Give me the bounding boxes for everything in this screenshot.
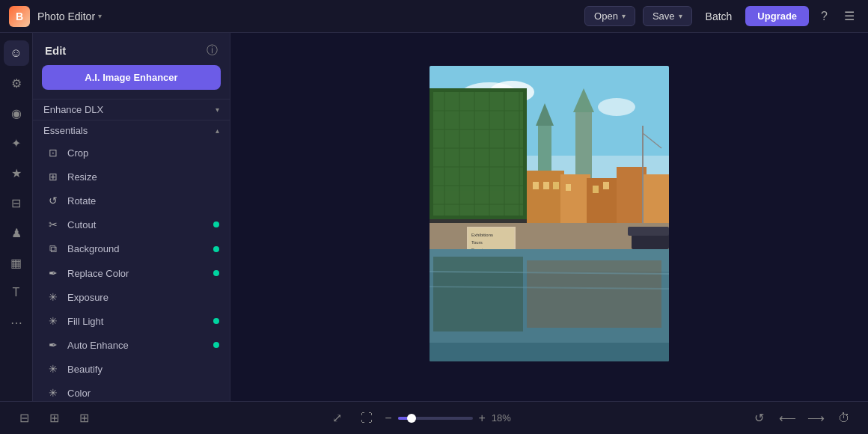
ai-enhancer-label: A.I. Image Enhancer: [85, 72, 177, 83]
sidebar-item-eye[interactable]: ◉: [4, 100, 29, 126]
history-button[interactable]: ⏱: [832, 406, 856, 430]
sidebar-item-rotate[interactable]: ↺ Rotate: [33, 189, 230, 213]
svg-rect-32: [593, 186, 599, 193]
layers-bottom-button[interactable]: ⊟: [12, 406, 36, 430]
canvas-image: Exhibitions Tours Events Design Shop Caf…: [430, 66, 669, 361]
svg-rect-33: [603, 182, 609, 189]
info-icon: ⓘ: [207, 43, 218, 56]
zoom-in-button[interactable]: +: [479, 412, 486, 425]
ai-dot: [213, 221, 219, 227]
text-icon: T: [13, 286, 20, 299]
bottom-bar-right: ↺ ⟵ ⟶ ⏱: [747, 406, 856, 430]
help-button[interactable]: ?: [816, 7, 832, 26]
sidebar-item-color[interactable]: ✳ Color: [33, 381, 230, 401]
sidebar-item-exposure[interactable]: ✳ Exposure: [33, 285, 230, 309]
icon-bar: ☺ ⚙ ◉ ✦ ★ ⊟ ♟ ▦ T ⋯: [0, 33, 33, 401]
essentials-caret: ▴: [216, 126, 219, 135]
fullscreen-button[interactable]: ⛶: [355, 406, 379, 430]
fit-icon: ⤢: [332, 411, 342, 425]
resize-label: Resize: [67, 171, 219, 183]
sidebar-item-replace-color[interactable]: ✒ Replace Color: [33, 261, 230, 285]
grid-icon: ⊞: [79, 411, 89, 425]
image-icon: ▦: [10, 256, 22, 270]
adjust-icon: ⚙: [11, 76, 22, 91]
ai-dot: [213, 318, 219, 324]
sidebar-item-layers[interactable]: ⊟: [4, 190, 29, 216]
open-button[interactable]: Open ▾: [584, 6, 635, 26]
svg-rect-27: [643, 174, 669, 227]
rotate-label: Rotate: [67, 195, 219, 207]
grid-button[interactable]: ⊞: [72, 406, 96, 430]
exposure-icon: ✳: [46, 291, 60, 303]
compare-button[interactable]: ⊞: [42, 406, 66, 430]
essentials-label: Essentials: [43, 125, 88, 136]
layers-bottom-icon: ⊟: [19, 411, 29, 425]
zoom-slider-thumb: [407, 414, 416, 423]
sidebar-item-adjust[interactable]: ⚙: [4, 70, 29, 96]
svg-rect-55: [430, 343, 669, 361]
app-logo: B: [9, 6, 30, 27]
sidebar-item-people[interactable]: ♟: [4, 220, 29, 245]
sidebar-item-fill-light[interactable]: ✳ Fill Light: [33, 309, 230, 333]
sidebar: Edit ⓘ A.I. Image Enhancer Enhance DLX ▾…: [33, 33, 230, 401]
sidebar-item-face[interactable]: ☺: [4, 40, 29, 66]
svg-rect-45: [628, 227, 669, 236]
sidebar-item-cutout[interactable]: ✂ Cutout: [33, 213, 230, 236]
zoom-out-icon: −: [385, 412, 391, 424]
replace-color-icon: ✒: [46, 267, 60, 279]
star-icon: ★: [11, 166, 22, 180]
topbar: B Photo Editor ▾ Open ▾ Save ▾ Batch Upg…: [0, 0, 868, 33]
sidebar-item-more[interactable]: ⋯: [4, 310, 29, 335]
svg-rect-23: [527, 171, 564, 227]
ai-dot: [213, 342, 219, 348]
svg-rect-48: [433, 257, 523, 331]
sidebar-items-list: ⊡ Crop ⊞ Resize ↺ Rotate ✂ Cutout ⧉ Back…: [33, 141, 230, 401]
svg-rect-30: [553, 182, 559, 189]
fit-button[interactable]: ⤢: [325, 406, 349, 430]
background-label: Background: [67, 243, 206, 254]
compare-icon: ⊞: [49, 411, 59, 425]
more-icon: ⋯: [10, 316, 22, 330]
fill-light-label: Fill Light: [67, 316, 206, 327]
menu-button[interactable]: ☰: [840, 6, 859, 26]
app-title-dropdown[interactable]: Photo Editor ▾: [37, 10, 102, 22]
sidebar-info-button[interactable]: ⓘ: [207, 43, 218, 58]
enhance-dlx-section[interactable]: Enhance DLX ▾: [33, 99, 230, 120]
essentials-section[interactable]: Essentials ▴: [33, 120, 230, 141]
upgrade-button[interactable]: Upgrade: [745, 6, 809, 26]
batch-button[interactable]: Batch: [700, 7, 739, 26]
sidebar-item-background[interactable]: ⧉ Background: [33, 236, 230, 261]
reset-button[interactable]: ↺: [747, 406, 771, 430]
sidebar-title: Edit: [45, 44, 66, 57]
sidebar-item-beautify[interactable]: ✳ Beautify: [33, 357, 230, 381]
sidebar-item-brush[interactable]: ✦: [4, 130, 29, 156]
redo-button[interactable]: ⟶: [804, 406, 828, 430]
exposure-label: Exposure: [67, 292, 219, 303]
open-button-label: Open: [594, 10, 618, 22]
fill-light-icon: ✳: [46, 315, 60, 327]
ai-dot: [213, 246, 219, 252]
sidebar-item-crop[interactable]: ⊡ Crop: [33, 141, 230, 165]
sidebar-item-auto-enhance[interactable]: ✒ Auto Enhance: [33, 333, 230, 357]
fullscreen-icon: ⛶: [361, 412, 373, 425]
zoom-slider[interactable]: [398, 417, 473, 420]
canvas-area: Exhibitions Tours Events Design Shop Caf…: [230, 33, 868, 401]
sidebar-item-resize[interactable]: ⊞ Resize: [33, 165, 230, 189]
save-button-label: Save: [652, 10, 675, 22]
eye-icon: ◉: [11, 106, 22, 120]
svg-text:Exhibitions: Exhibitions: [471, 233, 493, 237]
sidebar-item-text[interactable]: T: [4, 280, 29, 305]
sidebar-item-image[interactable]: ▦: [4, 250, 29, 275]
history-icon: ⏱: [838, 412, 850, 425]
sidebar-header: Edit ⓘ: [33, 33, 230, 65]
ai-enhancer-button[interactable]: A.I. Image Enhancer: [42, 65, 221, 90]
enhance-dlx-label: Enhance DLX: [43, 104, 103, 115]
redo-icon: ⟶: [807, 411, 825, 425]
zoom-out-button[interactable]: −: [385, 412, 391, 425]
undo-icon: ⟵: [779, 411, 796, 425]
save-button[interactable]: Save ▾: [643, 6, 692, 26]
undo-button[interactable]: ⟵: [775, 406, 799, 430]
sidebar-item-star[interactable]: ★: [4, 160, 29, 186]
zoom-controls: − + 18%: [385, 412, 518, 425]
svg-rect-31: [566, 184, 571, 191]
